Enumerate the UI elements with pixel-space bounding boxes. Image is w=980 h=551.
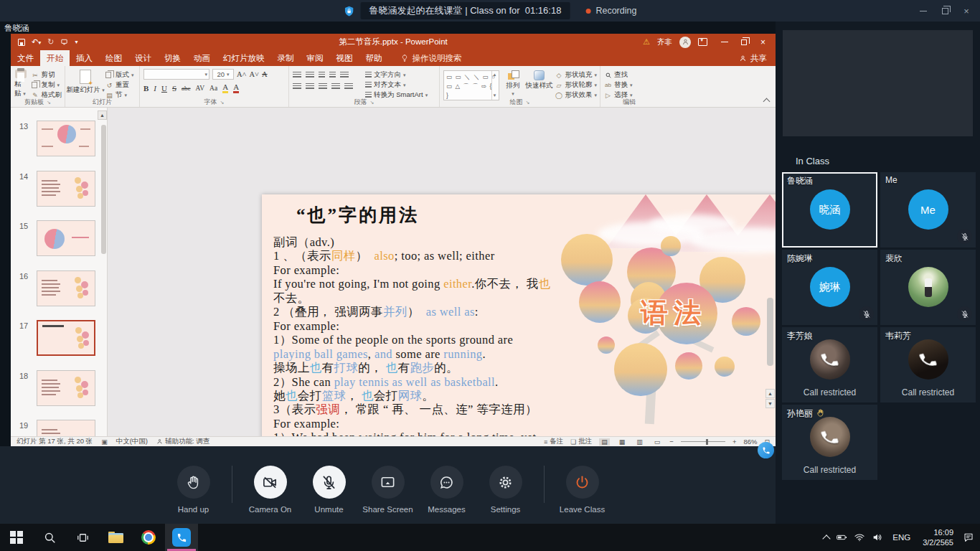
zoom-level[interactable]: 86% [743,438,757,446]
ribbon-display-options-icon[interactable] [698,38,707,46]
toolbar-camera-button[interactable]: Camera On [241,466,300,514]
thumbnail-image[interactable] [37,220,95,256]
speaker-icon[interactable] [872,532,883,543]
save-icon[interactable] [18,39,25,46]
window-restore-button[interactable] [934,0,956,22]
align-text-button[interactable]: 对齐文本▾ [365,80,428,90]
participant-tile-韦莉芳[interactable]: 韦莉芳Call restricted [880,327,976,402]
undo-icon[interactable]: ↶▾ [32,37,41,47]
align-left-icon[interactable] [293,83,301,90]
task-view-button[interactable] [66,524,99,551]
columns-icon[interactable] [344,83,353,90]
account-avatar[interactable] [679,37,691,48]
reading-view-button[interactable]: ▥ [634,438,645,446]
quick-styles-icon[interactable] [534,70,545,80]
notification-center-icon[interactable] [963,532,974,543]
char-spacing-button[interactable]: AV [196,85,205,92]
taskbar-search-button[interactable] [33,524,66,551]
line-spacing-icon[interactable] [340,72,349,79]
numbering-icon[interactable] [306,72,314,79]
thumbnail-image[interactable] [37,121,95,156]
slide-thumbnail-row[interactable]: 16 [11,270,108,311]
slide-thumbnail-row[interactable]: 19 [11,420,108,436]
ppt-restore-button[interactable] [734,34,753,50]
slide-thumbnail-row[interactable]: 17 [11,320,108,360]
zoom-slider[interactable] [681,441,725,442]
arrange-icon[interactable] [508,70,519,80]
toolbar-leave-button[interactable]: Leave Class [553,466,612,514]
start-button[interactable] [0,524,33,551]
classin-floating-button[interactable] [758,442,774,458]
bold-button[interactable]: B [143,84,149,93]
participant-tile-鲁晓涵[interactable]: 鲁晓涵晓涵 [782,172,877,248]
participant-tile-裴欣[interactable]: 裴欣 [880,250,976,325]
bullets-icon[interactable] [293,72,301,79]
redo-icon[interactable]: ↻ [47,37,54,47]
ppt-tab-绘图[interactable]: 绘图 [99,50,128,66]
ppt-tab-设计[interactable]: 设计 [128,50,158,66]
thumbnail-image[interactable] [37,270,95,306]
wifi-icon[interactable] [854,532,865,543]
file-explorer-button[interactable] [99,524,132,551]
toolbar-hand-up-button[interactable]: Hand up [164,466,223,514]
canvas-scrollbar[interactable]: ▲ ▼ [767,115,773,409]
participant-tile-Me[interactable]: MeMe [880,172,976,248]
thumbnail-image[interactable] [37,171,95,207]
slide-thumbnail-row[interactable]: 13 [11,121,108,161]
copy-button[interactable]: 复制▾ [32,80,62,90]
reset-button[interactable]: ↺重置 [105,80,134,90]
text-direction-button[interactable]: 文字方向▾ [365,70,428,80]
window-minimize-button[interactable] [913,0,934,22]
font-size-select[interactable]: 20▾ [212,69,234,80]
notes-toggle[interactable]: ≡备注 [544,437,563,446]
cut-button[interactable]: ✂剪切 [32,70,62,80]
current-slide[interactable]: “也”字的用法 副词（adv.)1 、（表示同样） also; too; as … [262,194,776,436]
ppt-tab-录制[interactable]: 录制 [271,50,301,66]
classin-app-button[interactable] [165,524,198,551]
language-indicator[interactable]: 中文(中国) [116,437,148,446]
ppt-tab-插入[interactable]: 插入 [70,50,99,66]
underline-button[interactable]: U [161,84,167,93]
shrink-font-button[interactable]: A˅ [250,70,260,78]
accessibility-status[interactable]: 辅助功能: 调查 [156,437,209,446]
collapse-ribbon-icon[interactable] [763,98,771,105]
shape-fill-button[interactable]: ◇形状填充▾ [555,70,597,80]
change-case-button[interactable]: Aa [209,85,217,92]
zoom-out-button[interactable]: − [669,438,674,446]
slide-thumbnail-row[interactable]: 15 [11,220,108,260]
find-button[interactable]: 查找 [604,70,633,80]
chrome-button[interactable] [132,524,165,551]
thumbnail-image[interactable] [37,420,95,436]
slide-thumbnail-row[interactable]: 14 [11,171,108,211]
text-shadow-button[interactable]: abc [182,85,191,92]
new-slide-button[interactable]: 新建幻灯片 ▾ [69,68,102,98]
increase-indent-icon[interactable] [329,72,336,79]
next-slide-button[interactable]: ▼ [765,399,775,408]
toolbar-settings-button[interactable]: Settings [476,466,535,514]
layout-button[interactable]: 版式▾ [105,70,134,80]
participant-tile-李芳娘[interactable]: 李芳娘Call restricted [782,327,877,402]
shape-outline-button[interactable]: ▱形状轮廓▾ [555,80,597,90]
window-close-button[interactable]: × [956,0,977,22]
toolbar-unmute-button[interactable]: Unmute [300,466,359,514]
clock[interactable]: 16:09 3/2/2565 [920,527,956,548]
participant-tile-陈婉琳[interactable]: 陈婉琳婉琳 [782,250,877,325]
slideshow-view-button[interactable]: ▭ [652,438,663,446]
thumbnail-image[interactable] [37,370,95,406]
ppt-tab-视图[interactable]: 视图 [330,50,359,66]
justify-icon[interactable] [331,83,340,90]
italic-button[interactable]: I [154,84,156,93]
highlight-color-button[interactable]: A [222,83,228,93]
share-button[interactable]: 共享 [739,50,767,66]
ppt-tab-帮助[interactable]: 帮助 [359,50,389,66]
font-name-select[interactable]: ▾ [143,69,209,80]
tell-me-search[interactable]: 操作说明搜索 [400,50,462,66]
battery-icon[interactable] [836,532,847,543]
participant-tile-孙艳丽[interactable]: 孙艳丽Call restricted [782,405,877,480]
decrease-indent-icon[interactable] [319,72,325,79]
thumbs-scroll-up-button[interactable]: ▲ [98,110,107,120]
ppt-tab-切换[interactable]: 切换 [158,50,187,66]
ppt-tab-动画[interactable]: 动画 [187,50,217,66]
language-switcher[interactable]: ENG [890,533,913,542]
grow-font-button[interactable]: A˄ [237,70,247,78]
